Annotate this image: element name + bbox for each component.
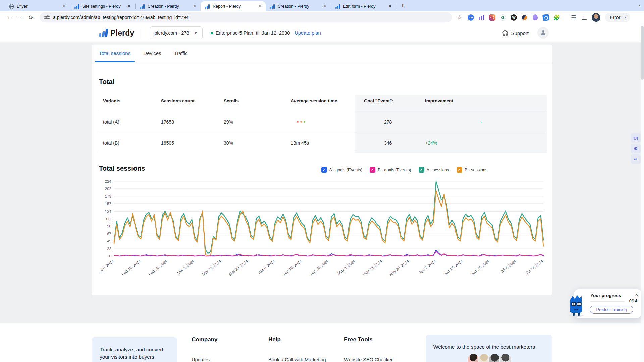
svg-text:May 8, 2024: May 8, 2024 xyxy=(337,259,356,276)
cell-improvement: +24% xyxy=(425,140,437,146)
svg-text:90: 90 xyxy=(107,224,111,228)
svg-text:0: 0 xyxy=(109,254,111,258)
new-tab-button[interactable]: + xyxy=(398,2,407,10)
back-icon[interactable]: ← xyxy=(5,13,14,22)
svg-text:67: 67 xyxy=(107,232,111,236)
product-training-button[interactable]: Product Training xyxy=(590,306,633,314)
site-info-icon[interactable] xyxy=(44,15,50,19)
cell-scrolls: 30% xyxy=(224,140,233,146)
col-header-avg-time: Average session time xyxy=(291,98,337,103)
w-circle-extension-icon[interactable]: W xyxy=(511,14,517,21)
svg-text:Feb 28, 2024: Feb 28, 2024 xyxy=(148,259,168,277)
avatar xyxy=(499,353,512,362)
footer-link-book-call[interactable]: Book a Call with Marketing Manager xyxy=(268,356,335,362)
tab-devices[interactable]: Devices xyxy=(143,45,161,62)
url-text[interactable]: a.plerdy.com/admin/ab_testing/report?id=… xyxy=(53,15,189,20)
reload-icon[interactable]: ⟳ xyxy=(26,13,36,22)
site-footer: Track, analyze, and convert your visitor… xyxy=(0,323,644,362)
svg-text:Mar 9, 2024: Mar 9, 2024 xyxy=(176,259,195,275)
table-divider xyxy=(99,153,547,153)
browser-tab-report-active[interactable]: Report - Plerdy × xyxy=(201,1,266,11)
tab-close-icon[interactable]: × xyxy=(126,4,132,9)
settings-gear-button[interactable]: ⚙ xyxy=(631,144,641,153)
footer-link-seo-checker[interactable]: Website SEO Checker xyxy=(344,356,411,362)
table-divider xyxy=(99,111,547,111)
svg-text:22: 22 xyxy=(107,247,111,251)
support-button[interactable]: 🎧 Support xyxy=(502,30,529,36)
svg-text:Jun 7, 2024: Jun 7, 2024 xyxy=(418,259,436,275)
col-header-goal-event: Goal "Event": xyxy=(364,98,393,103)
purple-chart-extension-icon[interactable] xyxy=(478,14,485,21)
close-icon[interactable]: × xyxy=(635,292,638,297)
browser-tab-eflyer[interactable]: Eflyer × xyxy=(5,1,70,11)
account-avatar[interactable] xyxy=(537,27,549,39)
footer-column-free-tools: Free Tools Website SEO Checker xyxy=(344,336,411,362)
site-selector-dropdown[interactable]: plerdy.com - 278 ▼ xyxy=(150,26,203,39)
browser-tab-site-settings[interactable]: Site settings - Plerdy × xyxy=(70,1,135,11)
orange-navy-extension-icon[interactable] xyxy=(521,14,528,21)
tab-close-icon[interactable]: × xyxy=(192,4,197,9)
avg-time-loading-dots xyxy=(297,121,305,123)
reply-arrow-button[interactable]: ↩ xyxy=(631,154,641,164)
purple-droplet-extension-icon[interactable] xyxy=(532,14,538,21)
tabstrip-chevron-icon[interactable]: ⌄ xyxy=(638,2,641,7)
browser-tab-edit-form[interactable]: Edit form - Plerdy × xyxy=(331,1,396,11)
tab-total-sessions[interactable]: Total sessions xyxy=(99,45,130,62)
progress-title: Your progress xyxy=(590,293,621,298)
footer-link-updates[interactable]: Updates xyxy=(192,356,259,362)
bookmark-star-icon[interactable]: ☆ xyxy=(457,14,462,21)
blue-tag-extension-icon[interactable] xyxy=(542,14,549,21)
cell-avg-time: 13m 45s xyxy=(291,140,309,146)
cell-improvement: - xyxy=(481,119,482,125)
update-plan-link[interactable]: Update plan xyxy=(294,30,321,36)
legend-b-sessions[interactable]: ✓ B - sessions xyxy=(457,167,487,173)
tab-close-icon[interactable]: × xyxy=(257,4,262,9)
checkbox-checked-icon[interactable]: ✓ xyxy=(457,167,462,173)
instagram-extension-icon[interactable] xyxy=(489,14,495,21)
legend-a-sessions[interactable]: ✓ A - sessions xyxy=(419,167,449,173)
footer-column-help: Help Book a Call with Marketing Manager xyxy=(268,336,335,362)
col-header-variants: Variants xyxy=(103,98,121,103)
blue-badge-extension-icon[interactable]: oo xyxy=(468,14,474,21)
tab-close-icon[interactable]: × xyxy=(322,4,327,9)
progress-bar xyxy=(590,301,625,302)
floating-side-widget: UI ⚙ ↩ xyxy=(631,133,641,164)
ui-widget-button[interactable]: UI xyxy=(631,133,641,143)
extensions-row: oo G W 🧩 ☰ xyxy=(468,13,600,22)
browser-tab-creation-2[interactable]: Creation - Plerdy × xyxy=(266,1,331,11)
svg-text:May 18, 2024: May 18, 2024 xyxy=(362,259,383,277)
legend-a-goals[interactable]: ✓ A - goals (Events) xyxy=(321,167,363,173)
kebab-menu-icon[interactable]: ⋮ xyxy=(623,15,628,20)
svg-text:112: 112 xyxy=(105,217,111,221)
browser-toolbar: ← → ⟳ a.plerdy.com/admin/ab_testing/repo… xyxy=(0,11,644,23)
browser-tab-strip: Eflyer × Site settings - Plerdy × Creati… xyxy=(0,0,644,11)
tab-title: Creation - Plerdy xyxy=(148,4,189,9)
scrollbar-thumb[interactable] xyxy=(641,26,644,80)
cell-scrolls: 29% xyxy=(224,119,233,125)
tab-close-icon[interactable]: × xyxy=(387,4,393,9)
checkbox-checked-icon[interactable]: ✓ xyxy=(370,167,375,173)
puzzle-extensions-icon[interactable]: 🧩 xyxy=(553,14,560,21)
plerdy-favicon-icon xyxy=(205,4,210,9)
tab-title: Report - Plerdy xyxy=(213,4,254,9)
chart-canvas: 022456790112134157179202224Feb 8, 2024Fe… xyxy=(101,179,547,289)
tab-traffic[interactable]: Traffic xyxy=(174,45,188,62)
footer-welcome-card: Welcome to the space of the best markete… xyxy=(426,335,552,362)
legend-b-goals[interactable]: ✓ B - goals (Events) xyxy=(370,167,411,173)
plerdy-logo[interactable]: Plerdy xyxy=(99,28,135,38)
chart-legend: ✓ A - goals (Events) ✓ B - goals (Events… xyxy=(321,167,487,173)
tab-close-icon[interactable]: × xyxy=(61,4,66,9)
download-icon[interactable] xyxy=(581,14,587,21)
promo-text: Track, analyze, and convert your visitor… xyxy=(100,347,163,360)
plerdy-favicon-icon xyxy=(270,4,275,9)
error-button[interactable]: Error ⋮ xyxy=(605,13,630,22)
browser-profile-avatar[interactable] xyxy=(592,13,600,22)
address-bar[interactable]: a.plerdy.com/admin/ab_testing/report?id=… xyxy=(40,12,452,22)
forward-icon[interactable]: → xyxy=(15,13,25,22)
media-list-icon[interactable]: ☰ xyxy=(570,14,577,21)
browser-tab-creation-1[interactable]: Creation - Plerdy × xyxy=(136,1,201,11)
grammarly-extension-icon[interactable]: G xyxy=(500,14,506,21)
checkbox-checked-icon[interactable]: ✓ xyxy=(321,167,327,173)
checkbox-checked-icon[interactable]: ✓ xyxy=(419,167,424,173)
sessions-line-chart: 022456790112134157179202224Feb 8, 2024Fe… xyxy=(101,179,547,289)
